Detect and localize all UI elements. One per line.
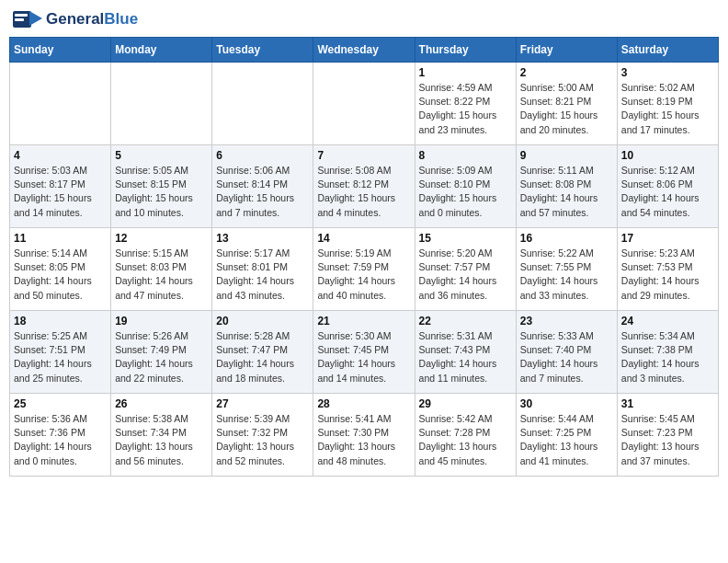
calendar-cell: 24Sunrise: 5:34 AMSunset: 7:38 PMDayligh… bbox=[617, 311, 718, 394]
day-number: 21 bbox=[317, 315, 410, 327]
weekday-header-wednesday: Wednesday bbox=[313, 38, 415, 63]
day-number: 29 bbox=[419, 397, 512, 410]
day-number: 9 bbox=[520, 149, 613, 162]
day-number: 16 bbox=[520, 232, 613, 245]
calendar-cell: 3Sunrise: 5:02 AMSunset: 8:19 PMDaylight… bbox=[617, 63, 718, 145]
day-info: Sunrise: 5:22 AMSunset: 7:55 PMDaylight:… bbox=[520, 247, 613, 303]
day-info: Sunrise: 5:42 AMSunset: 7:28 PMDaylight:… bbox=[419, 412, 512, 468]
day-info: Sunrise: 5:38 AMSunset: 7:34 PMDaylight:… bbox=[115, 412, 208, 468]
calendar-cell: 7Sunrise: 5:08 AMSunset: 8:12 PMDaylight… bbox=[313, 145, 415, 228]
page-header: GeneralBlue bbox=[9, 9, 719, 29]
day-info: Sunrise: 5:05 AMSunset: 8:15 PMDaylight:… bbox=[115, 164, 208, 220]
day-number: 6 bbox=[216, 149, 309, 162]
day-number: 19 bbox=[115, 315, 208, 327]
day-info: Sunrise: 5:12 AMSunset: 8:06 PMDaylight:… bbox=[621, 164, 714, 220]
day-number: 23 bbox=[520, 315, 613, 327]
calendar-cell: 26Sunrise: 5:38 AMSunset: 7:34 PMDayligh… bbox=[111, 394, 212, 477]
calendar-cell: 13Sunrise: 5:17 AMSunset: 8:01 PMDayligh… bbox=[212, 228, 313, 311]
calendar-cell: 29Sunrise: 5:42 AMSunset: 7:28 PMDayligh… bbox=[415, 394, 516, 477]
day-number: 4 bbox=[14, 149, 107, 162]
day-info: Sunrise: 5:02 AMSunset: 8:19 PMDaylight:… bbox=[621, 81, 714, 137]
svg-marker-1 bbox=[29, 11, 42, 26]
day-info: Sunrise: 5:28 AMSunset: 7:47 PMDaylight:… bbox=[216, 329, 309, 385]
day-info: Sunrise: 5:41 AMSunset: 7:30 PMDaylight:… bbox=[317, 412, 410, 468]
calendar-week-row: 11Sunrise: 5:14 AMSunset: 8:05 PMDayligh… bbox=[10, 228, 719, 311]
day-info: Sunrise: 5:20 AMSunset: 7:57 PMDaylight:… bbox=[419, 247, 512, 303]
day-number: 8 bbox=[419, 149, 512, 162]
day-info: Sunrise: 5:34 AMSunset: 7:38 PMDaylight:… bbox=[621, 329, 714, 385]
day-info: Sunrise: 5:39 AMSunset: 7:32 PMDaylight:… bbox=[216, 412, 309, 468]
calendar-cell: 25Sunrise: 5:36 AMSunset: 7:36 PMDayligh… bbox=[10, 394, 111, 477]
day-info: Sunrise: 5:33 AMSunset: 7:40 PMDaylight:… bbox=[520, 329, 613, 385]
calendar-cell: 16Sunrise: 5:22 AMSunset: 7:55 PMDayligh… bbox=[516, 228, 617, 311]
day-number: 12 bbox=[115, 232, 208, 245]
day-number: 2 bbox=[520, 66, 613, 79]
calendar-cell: 22Sunrise: 5:31 AMSunset: 7:43 PMDayligh… bbox=[415, 311, 516, 394]
calendar-cell: 31Sunrise: 5:45 AMSunset: 7:23 PMDayligh… bbox=[617, 394, 718, 477]
day-number: 10 bbox=[621, 149, 714, 162]
day-number: 3 bbox=[621, 66, 714, 79]
calendar-table: SundayMondayTuesdayWednesdayThursdayFrid… bbox=[9, 37, 719, 477]
calendar-cell: 14Sunrise: 5:19 AMSunset: 7:59 PMDayligh… bbox=[313, 228, 415, 311]
calendar-cell: 9Sunrise: 5:11 AMSunset: 8:08 PMDaylight… bbox=[516, 145, 617, 228]
day-number: 30 bbox=[520, 397, 613, 410]
calendar-cell bbox=[212, 63, 313, 145]
day-info: Sunrise: 5:45 AMSunset: 7:23 PMDaylight:… bbox=[621, 412, 714, 468]
calendar-week-row: 1Sunrise: 4:59 AMSunset: 8:22 PMDaylight… bbox=[10, 63, 719, 145]
day-number: 18 bbox=[14, 315, 107, 327]
day-info: Sunrise: 5:14 AMSunset: 8:05 PMDaylight:… bbox=[14, 247, 107, 303]
day-number: 25 bbox=[14, 397, 107, 410]
calendar-cell: 18Sunrise: 5:25 AMSunset: 7:51 PMDayligh… bbox=[10, 311, 111, 394]
svg-rect-3 bbox=[15, 18, 24, 21]
calendar-cell: 5Sunrise: 5:05 AMSunset: 8:15 PMDaylight… bbox=[111, 145, 212, 228]
day-info: Sunrise: 5:11 AMSunset: 8:08 PMDaylight:… bbox=[520, 164, 613, 220]
day-info: Sunrise: 5:36 AMSunset: 7:36 PMDaylight:… bbox=[14, 412, 107, 468]
calendar-cell: 10Sunrise: 5:12 AMSunset: 8:06 PMDayligh… bbox=[617, 145, 718, 228]
day-number: 13 bbox=[216, 232, 309, 245]
day-number: 17 bbox=[621, 232, 714, 245]
day-number: 7 bbox=[317, 149, 410, 162]
calendar-cell: 6Sunrise: 5:06 AMSunset: 8:14 PMDaylight… bbox=[212, 145, 313, 228]
calendar-header-row: SundayMondayTuesdayWednesdayThursdayFrid… bbox=[10, 38, 719, 63]
weekday-header-thursday: Thursday bbox=[415, 38, 516, 63]
calendar-cell: 2Sunrise: 5:00 AMSunset: 8:21 PMDaylight… bbox=[516, 63, 617, 145]
logo-icon bbox=[13, 9, 42, 29]
calendar-week-row: 18Sunrise: 5:25 AMSunset: 7:51 PMDayligh… bbox=[10, 311, 719, 394]
weekday-header-tuesday: Tuesday bbox=[212, 38, 313, 63]
logo: GeneralBlue bbox=[13, 9, 138, 29]
day-info: Sunrise: 5:09 AMSunset: 8:10 PMDaylight:… bbox=[419, 164, 512, 220]
day-number: 27 bbox=[216, 397, 309, 410]
day-info: Sunrise: 5:03 AMSunset: 8:17 PMDaylight:… bbox=[14, 164, 107, 220]
day-number: 20 bbox=[216, 315, 309, 327]
day-number: 11 bbox=[14, 232, 107, 245]
day-number: 14 bbox=[317, 232, 410, 245]
day-number: 1 bbox=[419, 66, 512, 79]
calendar-cell: 20Sunrise: 5:28 AMSunset: 7:47 PMDayligh… bbox=[212, 311, 313, 394]
day-number: 22 bbox=[419, 315, 512, 327]
weekday-header-sunday: Sunday bbox=[10, 38, 111, 63]
calendar-cell: 12Sunrise: 5:15 AMSunset: 8:03 PMDayligh… bbox=[111, 228, 212, 311]
day-info: Sunrise: 5:30 AMSunset: 7:45 PMDaylight:… bbox=[317, 329, 410, 385]
day-info: Sunrise: 5:26 AMSunset: 7:49 PMDaylight:… bbox=[115, 329, 208, 385]
calendar-cell: 1Sunrise: 4:59 AMSunset: 8:22 PMDaylight… bbox=[415, 63, 516, 145]
day-info: Sunrise: 5:44 AMSunset: 7:25 PMDaylight:… bbox=[520, 412, 613, 468]
day-number: 28 bbox=[317, 397, 410, 410]
day-info: Sunrise: 4:59 AMSunset: 8:22 PMDaylight:… bbox=[419, 81, 512, 137]
calendar-cell: 8Sunrise: 5:09 AMSunset: 8:10 PMDaylight… bbox=[415, 145, 516, 228]
calendar-cell bbox=[111, 63, 212, 145]
calendar-cell: 11Sunrise: 5:14 AMSunset: 8:05 PMDayligh… bbox=[10, 228, 111, 311]
logo-text: GeneralBlue bbox=[46, 11, 138, 29]
calendar-cell bbox=[10, 63, 111, 145]
day-info: Sunrise: 5:25 AMSunset: 7:51 PMDaylight:… bbox=[14, 329, 107, 385]
day-number: 24 bbox=[621, 315, 714, 327]
day-info: Sunrise: 5:23 AMSunset: 7:53 PMDaylight:… bbox=[621, 247, 714, 303]
calendar-cell: 17Sunrise: 5:23 AMSunset: 7:53 PMDayligh… bbox=[617, 228, 718, 311]
day-number: 15 bbox=[419, 232, 512, 245]
calendar-cell: 27Sunrise: 5:39 AMSunset: 7:32 PMDayligh… bbox=[212, 394, 313, 477]
calendar-cell: 30Sunrise: 5:44 AMSunset: 7:25 PMDayligh… bbox=[516, 394, 617, 477]
day-info: Sunrise: 5:19 AMSunset: 7:59 PMDaylight:… bbox=[317, 247, 410, 303]
svg-rect-2 bbox=[15, 14, 28, 17]
day-number: 26 bbox=[115, 397, 208, 410]
calendar-cell: 15Sunrise: 5:20 AMSunset: 7:57 PMDayligh… bbox=[415, 228, 516, 311]
calendar-cell bbox=[313, 63, 415, 145]
